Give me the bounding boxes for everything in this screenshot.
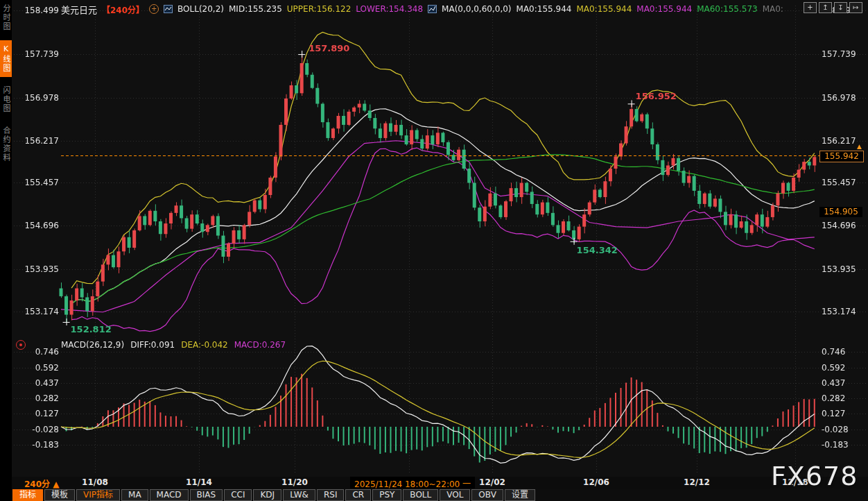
toolbar-button-1[interactable]: 模板 <box>44 489 75 501</box>
macd-tick-left: 0.127 <box>17 409 59 418</box>
toolbar-button-2[interactable]: VIP指标 <box>76 489 120 501</box>
x-axis-row: 240分 ▲ 2025/11/24 18:00~22:00 一 11/0811/… <box>12 477 868 489</box>
macd-tick-right: -0.028 <box>822 425 865 434</box>
macd-tick-left: 0.437 <box>17 378 59 388</box>
y-axis-tick-left: 155.457 <box>17 178 59 187</box>
crosshair-tool-icon[interactable]: + <box>804 2 817 13</box>
macd-tick-left: -0.028 <box>17 425 59 434</box>
sidebar-item-2[interactable]: 闪电图 <box>0 82 12 117</box>
macd-tick-left: -0.183 <box>17 440 59 450</box>
macd-tick-left: 0.592 <box>17 363 59 373</box>
period-selector[interactable]: 240分 ▲ <box>24 477 59 489</box>
chart-canvas[interactable] <box>0 0 868 501</box>
price-mark-label: 156.952 <box>636 91 677 101</box>
chart-header: 美元日元 【240分】 + BOLL(20,2) MID:155.235 UPP… <box>61 3 783 15</box>
macd-tick-right: 0.746 <box>822 347 865 357</box>
boll-name: BOLL(20,2) <box>177 4 224 14</box>
add-indicator-icon[interactable]: + <box>149 4 159 14</box>
y-axis-tick-right: 153.174 <box>822 307 865 316</box>
y-axis-tick-left: 153.174 <box>17 307 59 316</box>
macd-tick-right: 0.127 <box>822 409 865 418</box>
price-mark-label: 157.890 <box>309 43 349 53</box>
toolbar-button-12[interactable]: BOLL <box>403 489 438 501</box>
sidebar-item-3[interactable]: 合约资料 <box>0 122 12 167</box>
ma0-magenta: MA0:155.944 <box>636 4 692 14</box>
toolbar-button-8[interactable]: LW& <box>283 489 315 501</box>
y-axis-tick-left: 153.935 <box>17 264 59 274</box>
y-axis-tick-right: 154.696 <box>822 221 865 230</box>
sidebar-item-0[interactable]: 分时图 <box>0 0 12 35</box>
indicator-target-icon[interactable] <box>16 340 26 350</box>
macd-tick-right: -0.183 <box>822 440 865 450</box>
toolbar-button-15[interactable]: 设置 <box>505 489 535 501</box>
toolbar-button-0[interactable]: 指标 <box>12 489 43 501</box>
macd-tick-right: 0.592 <box>822 363 865 373</box>
ma-name: MA(0,0,0,60,0,0) <box>442 4 511 14</box>
x-axis-tick: 12/12 <box>684 477 710 487</box>
ma0-gray: MA0: <box>763 4 783 14</box>
boll-chart-icon <box>164 5 173 13</box>
y-axis-tick-left: 154.696 <box>17 221 59 230</box>
toolbar-button-13[interactable]: VOL <box>440 489 470 501</box>
boll-lower: LOWER:154.348 <box>356 4 423 14</box>
price-arrow-icon: ▲ <box>857 143 862 150</box>
y-axis-tick-right: 155.457 <box>822 178 865 187</box>
y-axis-tick-left: 158.499 <box>17 6 59 15</box>
x-axis-tick: 11/20 <box>281 477 308 487</box>
y-axis-tick-left: 157.739 <box>17 49 59 59</box>
boll-mid: MID:155.235 <box>229 4 282 14</box>
y-axis-tick-left: 156.217 <box>17 136 59 146</box>
scale-left-icon[interactable]: ↥ <box>819 2 832 13</box>
toolbar-button-6[interactable]: CCI <box>224 489 252 501</box>
macd-tick-left: 0.282 <box>17 393 59 403</box>
macd-name: MACD(26,12,9) <box>61 340 124 350</box>
trading-app-window: 分时图K线图闪电图合约资料 美元日元 【240分】 + BOLL(20,2) M… <box>0 0 868 501</box>
period-badge: 【240分】 <box>102 3 144 15</box>
macd-diff: DIFF:0.091 <box>130 340 175 350</box>
toolbar-button-11[interactable]: PSY <box>372 489 401 501</box>
macd-tick-right: 0.282 <box>822 393 865 403</box>
chart-tool-icons: + ↥ ↧ ↦ <box>804 2 862 13</box>
macd-value: MACD:0.267 <box>234 340 286 350</box>
toolbar-button-9[interactable]: RSI <box>317 489 345 501</box>
indicator-toolbar: 指标模板VIP指标MAMACDBIASCCIKDJLW&RSICRPSYBOLL… <box>12 489 868 501</box>
chart-type-sidebar: 分时图K线图闪电图合约资料 <box>0 0 12 501</box>
watermark: FX678 <box>771 461 858 491</box>
y-axis-tick-right: 157.739 <box>822 49 865 59</box>
macd-tick-right: 0.437 <box>822 378 865 388</box>
ma0-yellow: MA0:155.944 <box>576 4 632 14</box>
toolbar-button-5[interactable]: BIAS <box>190 489 223 501</box>
ma0-white: MA0:155.944 <box>517 4 572 14</box>
toolbar-button-14[interactable]: OBV <box>471 489 503 501</box>
sidebar-item-1[interactable]: K线图 <box>0 40 12 77</box>
x-axis-tick: 11/08 <box>82 477 108 487</box>
toolbar-button-3[interactable]: MA <box>121 489 148 501</box>
toolbar-button-10[interactable]: CR <box>345 489 371 501</box>
toolbar-button-4[interactable]: MACD <box>150 489 189 501</box>
x-axis-tick: 12/02 <box>479 477 505 487</box>
price-mark-label: 154.342 <box>577 245 618 255</box>
last-price-tag: 155.942 <box>819 151 864 162</box>
pane-expand-icon[interactable]: ↦ <box>849 2 862 13</box>
y-axis-tick-right: 153.935 <box>822 264 865 274</box>
symbol-title: 美元日元 <box>61 3 97 16</box>
ma60-label: MA60:155.573 <box>697 4 758 14</box>
macd-header: MACD(26,12,9) DIFF:0.091 DEA:-0.042 MACD… <box>61 340 286 350</box>
y-axis-tick-left: 156.978 <box>17 93 59 103</box>
price-mark-label: 152.812 <box>71 324 112 334</box>
x-axis-tick: 12/06 <box>583 477 609 487</box>
scale-right-icon[interactable]: ↧ <box>834 2 847 13</box>
macd-dea: DEA:-0.042 <box>181 340 228 350</box>
prev-price-tag: 154.905 <box>819 207 862 217</box>
boll-upper: UPPER:156.122 <box>287 4 351 14</box>
toolbar-button-7[interactable]: KDJ <box>253 489 281 501</box>
ma-chart-icon <box>428 5 437 13</box>
y-axis-tick-right: 156.978 <box>822 93 865 103</box>
x-axis-tick: 11/14 <box>186 477 212 487</box>
